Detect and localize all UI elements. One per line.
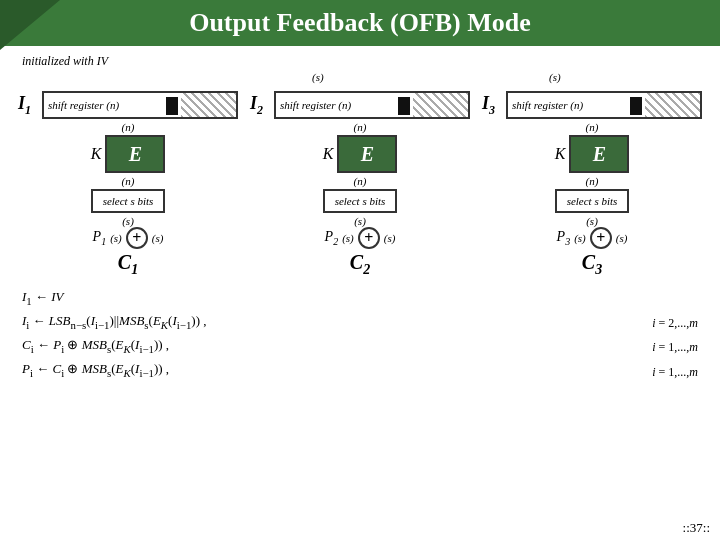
page-number: ::37:: xyxy=(683,520,710,536)
c3-label: C3 xyxy=(582,251,602,278)
n-label-3: (n) xyxy=(586,121,599,133)
formula-line-4: Pi ← Ci ⊕ MSBs(EK(Ii−1)) , xyxy=(22,358,642,382)
enc-box-2: E xyxy=(337,135,397,173)
s-label-2: (s) xyxy=(354,215,366,227)
formula-line-1: I1 ← IV xyxy=(22,286,642,310)
formula-range-1 xyxy=(652,288,698,308)
formula-range-2: i = 2,...,m xyxy=(652,313,698,333)
k3-label: K xyxy=(555,145,566,163)
column-1: I1 shift register (n) (n) K E (n) select… xyxy=(18,91,238,278)
column-3: I3 shift register (n) (n) K E (n) select… xyxy=(482,91,702,278)
sr2-label: shift register (n) xyxy=(276,99,351,111)
n-label-2b: (n) xyxy=(354,175,367,187)
s-label-p2: (s) xyxy=(342,232,354,244)
s-label-c1: (s) xyxy=(152,232,164,244)
p3-label: P3 xyxy=(557,229,571,247)
n-label-3b: (n) xyxy=(586,175,599,187)
formula-range-3: i = 1,...,m xyxy=(652,337,698,357)
s-label-top-1: (s) xyxy=(312,71,324,83)
i3-label: I3 xyxy=(482,93,502,118)
enc-box-3: E xyxy=(569,135,629,173)
xor-circle-1 xyxy=(126,227,148,249)
formula-range-4: i = 1,...,m xyxy=(652,362,698,382)
header: Output Feedback (OFB) Mode xyxy=(0,0,720,46)
s-label-3: (s) xyxy=(586,215,598,227)
n-label-2: (n) xyxy=(354,121,367,133)
column-2: I2 shift register (n) (n) K E (n) select… xyxy=(250,91,470,278)
formula-area: I1 ← IV Ii ← LSBn−s(Ii−1)||MSBs(EK(Ii−1)… xyxy=(12,282,708,386)
k1-label: K xyxy=(91,145,102,163)
xor-circle-3 xyxy=(590,227,612,249)
iv-label: initialized with IV xyxy=(22,54,708,69)
title: Output Feedback (OFB) Mode xyxy=(189,8,531,37)
sr1-label: shift register (n) xyxy=(44,99,119,111)
s-label-c3: (s) xyxy=(616,232,628,244)
s-label-p3: (s) xyxy=(574,232,586,244)
enc-box-1: E xyxy=(105,135,165,173)
formula-line-3: Ci ← Pi ⊕ MSBs(EK(Ii−1)) , xyxy=(22,334,642,358)
i1-label: I1 xyxy=(18,93,38,118)
n-label-1: (n) xyxy=(122,121,135,133)
s-label-c2: (s) xyxy=(384,232,396,244)
shift-register-2: shift register (n) xyxy=(274,91,470,119)
shift-register-3: shift register (n) xyxy=(506,91,702,119)
xor-circle-2 xyxy=(358,227,380,249)
p1-label: P1 xyxy=(93,229,107,247)
select-bits-1: select s bits xyxy=(91,189,166,213)
select-bits-3: select s bits xyxy=(555,189,630,213)
c1-label: C1 xyxy=(118,251,138,278)
i2-label: I2 xyxy=(250,93,270,118)
k2-label: K xyxy=(323,145,334,163)
p2-label: P2 xyxy=(325,229,339,247)
c2-label: C2 xyxy=(350,251,370,278)
select-bits-2: select s bits xyxy=(323,189,398,213)
s-label-top-2: (s) xyxy=(549,71,561,83)
formula-line-2: Ii ← LSBn−s(Ii−1)||MSBs(EK(Ii−1)) , xyxy=(22,310,642,334)
sr3-label: shift register (n) xyxy=(508,99,583,111)
s-label-p1: (s) xyxy=(110,232,122,244)
s-label-1: (s) xyxy=(122,215,134,227)
shift-register-1: shift register (n) xyxy=(42,91,238,119)
n-label-1b: (n) xyxy=(122,175,135,187)
